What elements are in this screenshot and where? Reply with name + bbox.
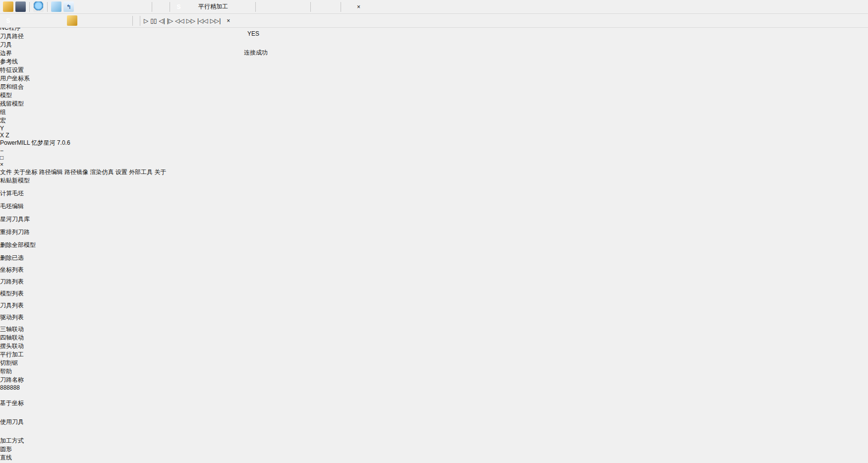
toolbar-separator — [132, 16, 133, 26]
menu-about[interactable]: 关于 — [154, 169, 166, 175]
toolbar-separator — [47, 2, 48, 12]
go-start-icon[interactable]: |◁◁ — [197, 17, 208, 24]
print-plot-icon[interactable] — [33, 1, 44, 12]
pause-icon[interactable]: ▯▯ — [150, 17, 157, 24]
window-controls: − □ × — [0, 147, 868, 168]
tree-item-levels[interactable]: 层和组合 — [0, 83, 868, 91]
maximize-button[interactable]: □ — [0, 154, 868, 161]
delete-selected-button[interactable]: 删除已选 — [0, 254, 32, 266]
go-end-icon[interactable]: ▷▷| — [210, 17, 221, 24]
ball-tool-icon[interactable] — [88, 1, 99, 12]
block-edit-button[interactable]: 毛坯编辑 — [0, 202, 36, 215]
coord-list-button[interactable]: 坐标列表 — [0, 266, 32, 278]
circular-checkbox-row[interactable]: 圆形 — [0, 445, 868, 454]
toolbar-separator — [170, 2, 170, 12]
strategy-list-icon[interactable] — [186, 1, 196, 12]
simulation-toolbar: S ▷ ▯▯ ◁| |▷ ◁◁ ▷▷ |◁◁ ▷▷| × — [0, 14, 868, 28]
tool-star-icon[interactable] — [259, 1, 270, 12]
sim-tool-icon — [67, 15, 77, 26]
base-coord-combo[interactable] — [0, 407, 52, 418]
tree-item-stock-models[interactable]: 残留模型 — [0, 100, 868, 108]
tool-label: 使用刀具 — [0, 418, 868, 426]
minimize-button[interactable]: − — [0, 147, 868, 154]
calc-block-button[interactable]: 计算毛坯 — [0, 189, 36, 202]
tab-saw[interactable]: 切割锯 — [0, 359, 868, 367]
fast-forward-icon[interactable]: ▷▷ — [186, 17, 195, 24]
delete-all-models-button[interactable]: 删除全部模型 — [0, 241, 38, 254]
main-toolbar: ↰ S 平行精加工 × — [0, 0, 868, 14]
menu-path-mirror[interactable]: 路径镜像 — [64, 169, 88, 175]
model-list-button[interactable]: 模型列表 — [0, 289, 32, 301]
tool-change-icon[interactable] — [314, 1, 325, 12]
curve-edit-icon[interactable] — [113, 1, 123, 12]
pattern-icon[interactable]: ↰ — [63, 1, 74, 12]
tree-item-patterns[interactable]: 参考线 — [0, 58, 868, 66]
tool-list-button[interactable]: 刀具列表 — [0, 301, 32, 313]
close-button[interactable]: × — [0, 161, 868, 168]
points-icon[interactable] — [125, 1, 136, 12]
tab-3axis[interactable]: 三轴联动 — [0, 325, 868, 334]
sim-toolpath-icon: S — [3, 15, 13, 26]
drive-list-button[interactable]: 驱动列表 — [0, 313, 32, 325]
path-list-button[interactable]: 刀路列表 — [0, 278, 32, 289]
axis-x-label: X — [0, 132, 4, 139]
tree-item-tools[interactable]: 刀具 — [0, 41, 868, 49]
application-window: ↰ S 平行精加工 × S — [0, 0, 868, 463]
step-forward-icon[interactable]: |▷ — [167, 17, 173, 24]
u-channel-icon[interactable] — [101, 1, 111, 12]
levels-icon[interactable] — [76, 1, 86, 12]
toolbar-separator — [341, 2, 341, 12]
step-back-icon[interactable]: ◁| — [159, 17, 165, 24]
play-icon[interactable]: ▷ — [144, 17, 148, 24]
save-icon[interactable] — [15, 1, 26, 12]
scissors-icon[interactable] — [327, 1, 337, 12]
toolbar-close-icon[interactable]: × — [357, 3, 360, 10]
tool-combo[interactable] — [0, 426, 52, 437]
linear-checkbox-row[interactable]: 直线 — [0, 454, 868, 462]
ruler-icon[interactable] — [296, 1, 307, 12]
strategy-combo[interactable]: 平行精加工 — [198, 2, 252, 11]
toolpath-name-label: 刀路名称 — [0, 376, 868, 384]
toolpath-icon[interactable]: S — [174, 1, 184, 12]
cylinders-icon[interactable] — [345, 1, 355, 12]
tab-parallel[interactable]: 平行加工 — [0, 350, 868, 359]
tree-item-groups[interactable]: 组 — [0, 108, 868, 116]
tool-arc-icon[interactable] — [156, 1, 166, 12]
tab-head-tilt[interactable]: 摆头联动 — [0, 342, 868, 350]
plugin-dialog: PowerMILL 忆梦星河 7.0.6 − □ × 文件 关于坐标 路径编辑 … — [0, 139, 868, 463]
tree-item-models[interactable]: 模型 — [0, 91, 868, 100]
toolbar-close-icon[interactable]: × — [227, 17, 230, 24]
dialog-titlebar[interactable]: PowerMILL 忆梦星河 7.0.6 − □ × — [0, 139, 868, 168]
open-icon[interactable] — [3, 1, 13, 12]
yes-status-label: YES — [247, 30, 259, 37]
tree-item-toolpaths[interactable]: 刀具路径 — [0, 32, 868, 41]
menu-render-sim[interactable]: 渲染仿真 — [90, 169, 114, 175]
menu-external-tools[interactable]: 外部工具 — [129, 169, 153, 175]
block-icon[interactable] — [51, 1, 61, 12]
graphics-viewport[interactable]: Y X Z — [0, 125, 868, 139]
axis-y-label: Y — [0, 125, 4, 132]
tree-item-feature-sets[interactable]: 特征设置 — [0, 66, 868, 74]
tree-item-boundaries[interactable]: 边界 — [0, 49, 868, 58]
tool-check-icon[interactable] — [272, 1, 282, 12]
rearrange-paths-button[interactable]: 重排列刀路 — [0, 228, 36, 241]
toolbar-separator — [29, 2, 30, 12]
tree-item-workplanes[interactable]: 用户坐标系 — [0, 74, 868, 83]
base-coord-label: 基于坐标 — [0, 399, 868, 407]
tool-holder-icon[interactable] — [138, 1, 148, 12]
menu-coords[interactable]: 关于坐标 — [13, 169, 37, 175]
rewind-icon[interactable]: ◁◁ — [175, 17, 184, 24]
toolbar-separator — [310, 2, 311, 12]
calculator-icon[interactable] — [284, 1, 294, 12]
tab-help[interactable]: 帮助 — [0, 367, 868, 376]
dialog-tabs: 三轴联动 四轴联动 摆头联动 平行加工 切割锯 帮助 — [0, 325, 868, 376]
paste-model-button[interactable]: 粘贴新模型 — [0, 176, 36, 189]
toolpath-name-input[interactable]: 888888 — [0, 384, 52, 399]
tool-library-button[interactable]: 星河刀具库 — [0, 215, 36, 228]
menu-file[interactable]: 文件 — [0, 169, 12, 175]
menu-path-edit[interactable]: 路径编辑 — [39, 169, 63, 175]
tab-4axis[interactable]: 四轴联动 — [0, 334, 868, 342]
menu-settings[interactable]: 设置 — [116, 169, 127, 175]
toolbar-separator — [140, 16, 140, 26]
tree-item-macros[interactable]: 宏 — [0, 116, 868, 125]
